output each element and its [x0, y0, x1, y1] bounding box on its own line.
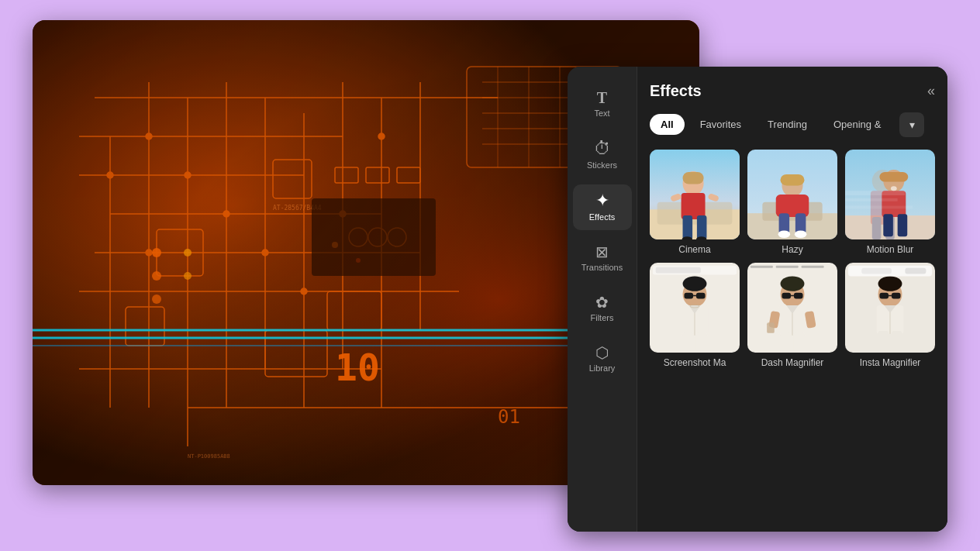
svg-point-24 [301, 288, 307, 294]
svg-point-20 [146, 133, 152, 139]
effect-label-insta-magnifier: Insta Magnifier [860, 357, 921, 368]
sidebar-item-filters[interactable]: ✿ Filters [573, 287, 632, 331]
effect-card-dash-magnifier[interactable]: Dash Magnifier [747, 263, 837, 368]
svg-point-23 [262, 250, 268, 256]
svg-point-22 [223, 211, 229, 217]
sidebar-item-filters-label: Filters [591, 313, 614, 323]
effects-grid: Cinema [650, 150, 935, 368]
sidebar-item-transitions-label: Transitions [581, 263, 623, 273]
svg-rect-103 [845, 205, 913, 208]
sidebar-item-stickers-label: Stickers [587, 160, 617, 170]
svg-rect-140 [892, 292, 901, 298]
svg-point-104 [891, 186, 897, 191]
sidebar-item-effects-label: Effects [589, 212, 615, 222]
filter-tabs: All Favorites Trending Opening & ▾ [650, 112, 935, 137]
effect-thumb-insta-magnifier [845, 263, 935, 353]
tab-favorites[interactable]: Favorites [689, 114, 752, 135]
sidebar-item-stickers[interactable]: ⏱ Stickers [573, 133, 632, 178]
svg-rect-72 [683, 215, 693, 239]
svg-rect-149 [861, 267, 892, 274]
right-panel: T Text ⏱ Stickers ✦ Effects ⊠ Transition… [568, 67, 947, 532]
svg-rect-89 [747, 150, 837, 239]
effect-label-dash-magnifier: Dash Magnifier [761, 357, 824, 368]
stickers-icon: ⏱ [594, 140, 611, 157]
text-icon: T [597, 90, 607, 105]
svg-rect-139 [879, 292, 889, 298]
effects-panel: Effects « All Favorites Trending Opening… [637, 67, 947, 532]
svg-rect-70 [683, 172, 704, 184]
effect-card-screenshot-ma[interactable]: Screenshot Ma [650, 263, 740, 368]
svg-rect-73 [697, 215, 707, 239]
svg-rect-150 [905, 267, 926, 274]
svg-rect-122 [782, 292, 791, 298]
svg-text:10: 10 [335, 346, 380, 389]
effect-card-hazy[interactable]: Hazy [747, 150, 837, 255]
effect-thumb-dash-magnifier [747, 263, 837, 353]
effects-header: Effects « [650, 82, 935, 100]
svg-point-50 [184, 249, 192, 257]
svg-rect-115 [696, 332, 707, 352]
svg-point-107 [683, 276, 707, 291]
svg-point-49 [152, 294, 161, 304]
effect-thumb-cinema [650, 150, 740, 239]
svg-point-47 [152, 248, 161, 257]
svg-point-48 [152, 271, 161, 281]
effect-label-hazy: Hazy [782, 244, 802, 255]
svg-rect-146 [892, 330, 902, 352]
sidebar-item-effects[interactable]: ✦ Effects [573, 184, 632, 230]
effect-card-cinema[interactable]: Cinema [650, 150, 740, 255]
svg-text:NT-P100985AB8: NT-P100985AB8 [188, 453, 230, 460]
svg-point-21 [185, 172, 191, 178]
tab-opening[interactable]: Opening & [823, 114, 892, 135]
svg-point-26 [146, 250, 152, 256]
tab-trending[interactable]: Trending [757, 114, 818, 135]
svg-rect-114 [683, 332, 694, 352]
svg-rect-109 [696, 292, 706, 298]
effect-thumb-screenshot-ma [650, 263, 740, 353]
svg-rect-64 [312, 198, 436, 276]
svg-rect-123 [794, 292, 803, 298]
sidebar-item-text-label: Text [594, 108, 609, 119]
effect-thumb-hazy [747, 150, 837, 239]
svg-rect-71 [682, 193, 706, 219]
library-icon: ⬡ [595, 345, 609, 360]
transitions-icon: ⊠ [595, 244, 609, 260]
svg-rect-133 [751, 265, 773, 267]
svg-rect-131 [781, 332, 792, 352]
svg-point-25 [107, 172, 113, 178]
svg-rect-100 [898, 214, 908, 236]
sidebar-item-text[interactable]: T Text [573, 82, 632, 126]
tab-all[interactable]: All [650, 114, 685, 135]
sidebar: T Text ⏱ Stickers ✦ Effects ⊠ Transition… [568, 67, 637, 532]
svg-point-138 [878, 276, 902, 291]
svg-rect-118 [656, 267, 701, 273]
svg-rect-101 [845, 191, 905, 195]
svg-point-27 [378, 133, 385, 139]
svg-rect-132 [794, 332, 805, 352]
sidebar-item-library[interactable]: ⬡ Library [573, 337, 632, 381]
svg-text:01: 01 [498, 406, 520, 428]
collapse-button[interactable]: « [927, 83, 935, 99]
svg-rect-135 [802, 265, 824, 267]
svg-rect-134 [776, 265, 799, 267]
svg-rect-130 [767, 322, 775, 333]
tabs-dropdown-button[interactable]: ▾ [899, 112, 924, 137]
effect-label-screenshot-ma: Screenshot Ma [664, 357, 726, 368]
effect-label-cinema: Cinema [678, 244, 710, 255]
svg-rect-99 [883, 214, 893, 236]
svg-point-121 [781, 276, 805, 291]
effects-title: Effects [650, 82, 702, 100]
effect-thumb-motion-blur [845, 150, 935, 239]
sidebar-item-library-label: Library [589, 363, 616, 374]
filters-icon: ✿ [595, 294, 609, 310]
effect-card-motion-blur[interactable]: Motion Blur [845, 150, 935, 255]
effects-icon: ✦ [595, 192, 609, 209]
sidebar-item-transitions[interactable]: ⊠ Transitions [573, 236, 632, 281]
svg-rect-102 [845, 198, 898, 201]
effect-label-motion-blur: Motion Blur [867, 244, 914, 255]
main-container: 10 01 AT-28567/B4A4 NT-P100985AB8 [33, 20, 947, 532]
svg-point-51 [184, 272, 192, 280]
svg-rect-108 [684, 292, 693, 298]
svg-rect-94 [872, 217, 882, 239]
effect-card-insta-magnifier[interactable]: Insta Magnifier [845, 263, 935, 368]
